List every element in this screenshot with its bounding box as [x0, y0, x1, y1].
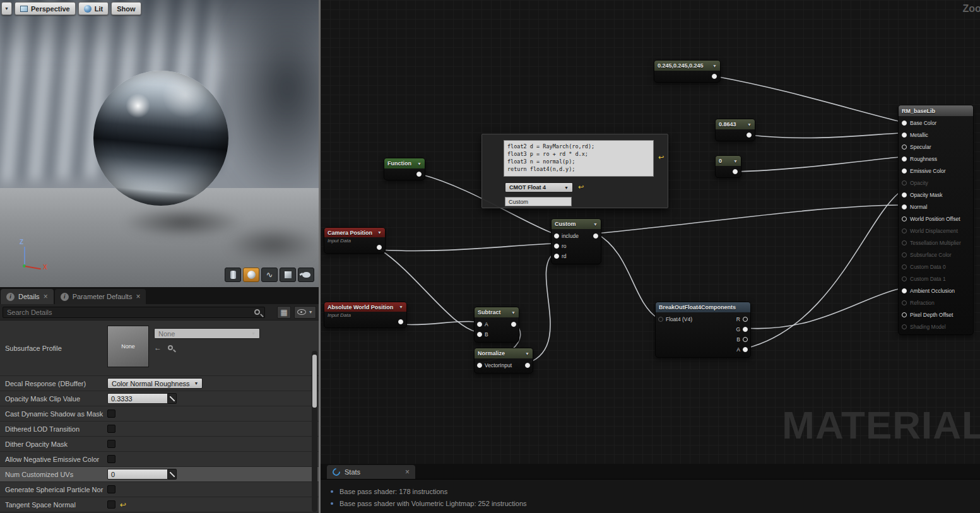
output-type-dropdown[interactable]: CMOT Float 4 ▼ — [505, 182, 573, 192]
collapse-arrow-icon[interactable]: ▼ — [377, 230, 382, 235]
collapse-arrow-icon[interactable]: ▼ — [525, 351, 529, 356]
use-selected-asset-icon[interactable]: ← — [154, 343, 162, 352]
custom-code-editor[interactable]: float2 d = RayMarch(ro,rd); float3 p = r… — [504, 140, 654, 177]
output-pin[interactable] — [743, 317, 748, 322]
details-scrollbar[interactable] — [312, 351, 317, 512]
stats-content: Base pass shader: 178 instructions Base … — [321, 479, 980, 513]
scrollbar-thumb[interactable] — [312, 355, 317, 408]
output-pin[interactable] — [525, 363, 530, 368]
node-constant-metallic[interactable]: 0.8643 ▼ — [715, 119, 755, 141]
node-constant-color[interactable]: 0.245,0.245,0.245 ▼ — [654, 60, 721, 83]
material-pin[interactable] — [902, 144, 907, 150]
dithered-lod-checkbox[interactable] — [107, 425, 115, 433]
lit-button[interactable]: Lit — [78, 2, 109, 15]
output-pin[interactable] — [733, 169, 738, 174]
node-subtract[interactable]: Subtract ▼ A B — [474, 307, 519, 343]
input-pin[interactable] — [658, 317, 663, 322]
output-pin[interactable] — [743, 327, 748, 332]
output-pin[interactable] — [416, 172, 422, 177]
decal-response-dropdown[interactable]: Color Normal Roughness ▼ — [107, 378, 203, 389]
node-title: Subtract — [478, 309, 501, 315]
collapse-arrow-icon[interactable]: ▼ — [417, 162, 422, 166]
num-customized-uvs-input[interactable]: 0 — [107, 469, 168, 480]
close-icon[interactable]: × — [44, 293, 48, 300]
collapse-arrow-icon[interactable]: ▼ — [747, 122, 752, 127]
input-pin[interactable] — [477, 363, 482, 368]
collapse-arrow-icon[interactable]: ▼ — [511, 310, 516, 315]
pin-label: R — [736, 316, 740, 322]
node-function[interactable]: Function ▼ — [384, 158, 425, 180]
show-button[interactable]: Show — [111, 2, 141, 15]
input-pin[interactable] — [477, 322, 482, 327]
view-options-button[interactable]: ▼ — [294, 306, 316, 319]
node-breakout-float4[interactable]: BreakOutFloat4Components Float4 (V4) R G — [655, 302, 751, 358]
node-camera-position[interactable]: Camera Position ▼ Input Data — [324, 227, 386, 254]
output-pin[interactable] — [747, 133, 752, 138]
close-icon[interactable]: × — [136, 293, 140, 300]
node-material-result[interactable]: RM_baseLib Base Color Metallic Specular … — [898, 105, 974, 335]
description-field[interactable]: Custom — [505, 197, 572, 206]
value-drag-handle-icon[interactable] — [168, 393, 177, 404]
close-icon[interactable]: × — [405, 468, 410, 476]
material-pin[interactable] — [902, 312, 907, 317]
generate-spherical-particle-checkbox[interactable] — [107, 485, 115, 493]
input-pin[interactable] — [554, 233, 559, 239]
cast-dynamic-shadow-checkbox[interactable] — [107, 410, 115, 418]
tab-details[interactable]: i Details × — [1, 289, 54, 304]
collapse-arrow-icon[interactable]: ▼ — [593, 222, 598, 227]
input-pin[interactable] — [554, 244, 559, 249]
viewport-options-dropdown[interactable]: ▼ — [1, 2, 12, 15]
node-title: 0.245,0.245,0.245 — [658, 62, 704, 69]
wire — [596, 233, 658, 318]
node-absolute-world-position[interactable]: Absolute World Position ▼ Input Data — [324, 302, 407, 328]
reset-to-default-icon[interactable]: ↩ — [578, 183, 584, 191]
tangent-space-normal-checkbox[interactable] — [107, 500, 115, 509]
preview-viewport[interactable]: ▼ Perspective Lit Show Z X ∿ — [0, 0, 319, 287]
browse-asset-icon[interactable] — [168, 345, 173, 350]
preview-cube-button[interactable] — [280, 268, 296, 282]
collapse-arrow-icon[interactable]: ▼ — [733, 159, 738, 163]
input-pin[interactable] — [554, 254, 559, 259]
tab-stats[interactable]: Stats × — [327, 465, 415, 479]
material-pin[interactable] — [902, 288, 907, 293]
material-pin — [902, 324, 907, 329]
node-constant-zero[interactable]: 0 ▼ — [715, 155, 741, 178]
opacity-mask-clip-input[interactable]: 0.3333 — [107, 393, 168, 404]
output-pin[interactable] — [377, 245, 382, 250]
display-filter-button[interactable]: ▦ — [277, 306, 291, 319]
output-pin[interactable] — [593, 233, 598, 239]
node-normalize[interactable]: Normalize ▼ VectorInput — [474, 348, 533, 374]
material-pin[interactable] — [902, 192, 907, 198]
allow-negative-emissive-checkbox[interactable] — [107, 455, 115, 463]
stats-line: Base pass shader with Volumetric Lightma… — [331, 497, 980, 509]
value-drag-handle-icon[interactable] — [168, 469, 177, 480]
output-pin[interactable] — [511, 322, 516, 327]
preview-teapot-button[interactable] — [298, 268, 314, 282]
output-pin[interactable] — [743, 347, 748, 352]
material-pin[interactable] — [902, 204, 907, 209]
material-pin[interactable] — [902, 121, 907, 126]
tab-parameter-defaults[interactable]: i Parameter Defaults × — [55, 289, 146, 304]
input-pin[interactable] — [477, 332, 482, 337]
output-pin[interactable] — [398, 319, 403, 324]
material-pin[interactable] — [902, 168, 907, 174]
material-pin[interactable] — [902, 156, 907, 162]
subsurface-profile-dropdown[interactable]: None ▼ — [154, 328, 260, 339]
collapse-arrow-icon[interactable]: ▼ — [399, 305, 403, 309]
collapse-arrow-icon[interactable]: ▼ — [712, 64, 717, 68]
search-input[interactable] — [3, 307, 265, 318]
material-graph-canvas[interactable]: Zoom MATERIAL 0.245,0.245,0.245 ▼ 0.8643… — [321, 0, 980, 464]
reset-to-default-icon[interactable]: ↩ — [658, 153, 664, 162]
preview-cylinder-button[interactable] — [225, 268, 241, 282]
subsurface-profile-thumbnail[interactable]: None — [107, 326, 149, 367]
dither-opacity-checkbox[interactable] — [107, 440, 115, 448]
output-pin[interactable] — [743, 337, 748, 342]
material-pin[interactable] — [902, 216, 907, 221]
perspective-button[interactable]: Perspective — [15, 2, 76, 15]
output-pin[interactable] — [712, 74, 717, 79]
material-pin[interactable] — [902, 133, 907, 138]
reset-to-default-icon[interactable]: ↩ — [120, 500, 126, 509]
node-custom[interactable]: Custom ▼ include ro rd — [551, 218, 601, 264]
preview-plane-button[interactable]: ∿ — [261, 268, 278, 282]
preview-sphere-button[interactable] — [243, 268, 259, 282]
